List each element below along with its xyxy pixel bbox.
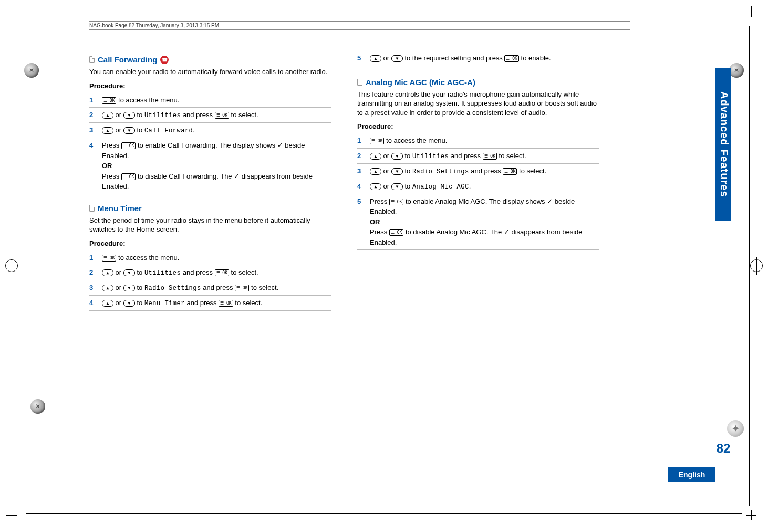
- decorative-screw-icon: [24, 63, 39, 78]
- print-border-right: [749, 26, 750, 506]
- down-button-icon: ▼: [391, 183, 403, 190]
- step-number: 1: [89, 253, 97, 263]
- intro-text: Set the period of time your radio stays …: [89, 216, 331, 234]
- crop-mark: [746, 510, 762, 526]
- ok-button-icon: ☰ OK: [102, 97, 116, 104]
- up-button-icon: ▲: [370, 153, 381, 160]
- step-text: ▲ or ▼ to Menu Timer and press ☰ OK to s…: [102, 298, 331, 308]
- up-button-icon: ▲: [370, 183, 381, 190]
- down-button-icon: ▼: [123, 112, 135, 119]
- up-button-icon: ▲: [102, 127, 113, 134]
- step-text: ▲ or ▼ to Call Forward.: [102, 125, 331, 135]
- step-number: 1: [357, 135, 365, 146]
- registration-mark: [750, 259, 763, 272]
- step-row: 2 ▲ or ▼ to Utilities and press ☰ OK to …: [89, 265, 331, 280]
- section-menu-timer: Menu Timer: [89, 204, 331, 213]
- procedure-label: Procedure:: [89, 239, 331, 247]
- step-number: 3: [89, 125, 97, 135]
- decorative-screw-icon: [30, 399, 45, 414]
- page-number: 82: [715, 441, 731, 456]
- left-column: Call Forwarding ☎ You can enable your ra…: [89, 51, 331, 311]
- step-number: 5: [357, 196, 365, 207]
- page-icon: [89, 205, 95, 212]
- section-analog-mic-agc: Analog Mic AGC (Mic AGC-A): [357, 78, 599, 87]
- up-button-icon: ▲: [370, 55, 381, 62]
- down-button-icon: ▼: [391, 168, 403, 175]
- step-number: 4: [357, 181, 365, 192]
- decorative-screw-icon: [729, 63, 744, 78]
- ok-button-icon: ☰ OK: [235, 285, 249, 291]
- decorative-star-icon: [727, 420, 744, 437]
- step-text: ☰ OK to access the menu.: [102, 253, 331, 263]
- two-column-layout: Call Forwarding ☎ You can enable your ra…: [89, 51, 630, 311]
- menu-name: Utilities: [412, 153, 449, 160]
- step-row: 1 ☰ OK to access the menu.: [89, 251, 331, 266]
- section-title: Menu Timer: [98, 204, 142, 213]
- step-row: 2 ▲ or ▼ to Utilities and press ☰ OK to …: [357, 149, 599, 164]
- menu-name: Utilities: [144, 112, 181, 119]
- step-text: Press ☰ OK to enable Analog Mic AGC. The…: [370, 196, 599, 248]
- language-label: English: [668, 467, 715, 482]
- step-number: 2: [89, 267, 97, 278]
- step-row: 4 ▲ or ▼ to Menu Timer and press ☰ OK to…: [89, 296, 331, 311]
- menu-name: Radio Settings: [144, 285, 201, 292]
- or-label: OR: [102, 162, 112, 170]
- step-row: 4 Press ☰ OK to enable Call Forwarding. …: [89, 138, 331, 194]
- step-number: 2: [357, 151, 365, 161]
- print-border-bottom: [26, 513, 742, 514]
- check-icon: ✓: [504, 228, 510, 236]
- menu-name: Menu Timer: [144, 300, 185, 307]
- section-call-forwarding: Call Forwarding ☎: [89, 55, 331, 64]
- step-row: 1 ☰ OK to access the menu.: [89, 93, 331, 108]
- down-button-icon: ▼: [123, 269, 135, 276]
- side-tab: Advanced Features: [715, 68, 731, 221]
- check-icon: ✓: [277, 141, 283, 149]
- print-border-left: [19, 26, 19, 506]
- running-header: NAG.book Page 82 Thursday, January 3, 20…: [89, 21, 630, 30]
- check-icon: ✓: [234, 172, 240, 180]
- section-title: Analog Mic AGC (Mic AGC-A): [366, 78, 475, 87]
- ok-button-icon: ☰ OK: [215, 269, 229, 276]
- check-icon: ✓: [547, 197, 553, 205]
- step-number: 4: [89, 298, 97, 308]
- menu-name: Radio Settings: [412, 168, 469, 175]
- ok-button-icon: ☰ OK: [102, 255, 116, 262]
- page-icon: [357, 79, 362, 86]
- intro-text: This feature controls the your radio's m…: [357, 90, 599, 118]
- step-text: ▲ or ▼ to Analog Mic AGC.: [370, 181, 599, 192]
- step-row: 5 ▲ or ▼ to the required setting and pre…: [357, 51, 599, 66]
- ok-button-icon: ☰ OK: [389, 229, 403, 236]
- up-button-icon: ▲: [102, 285, 113, 291]
- step-text: ▲ or ▼ to Radio Settings and press ☰ OK …: [102, 283, 331, 293]
- menu-name: Call Forward: [144, 127, 193, 134]
- ok-button-icon: ☰ OK: [121, 173, 136, 180]
- up-button-icon: ▲: [370, 168, 381, 175]
- step-number: 3: [357, 166, 365, 176]
- step-row: 3 ▲ or ▼ to Radio Settings and press ☰ O…: [89, 280, 331, 296]
- step-row: 1 ☰ OK to access the menu.: [357, 133, 599, 149]
- step-text: ▲ or ▼ to Radio Settings and press ☰ OK …: [370, 166, 599, 176]
- ok-button-icon: ☰ OK: [483, 153, 497, 160]
- intro-text: You can enable your radio to automatical…: [89, 67, 331, 77]
- step-row: 3 ▲ or ▼ to Radio Settings and press ☰ O…: [357, 164, 599, 179]
- ok-button-icon: ☰ OK: [504, 55, 518, 62]
- ok-button-icon: ☰ OK: [389, 199, 403, 205]
- step-row: 5 Press ☰ OK to enable Analog Mic AGC. T…: [357, 194, 599, 251]
- crop-mark: [746, 6, 762, 22]
- step-text: ☰ OK to access the menu.: [102, 95, 331, 106]
- step-text: ☰ OK to access the menu.: [370, 135, 599, 146]
- step-text: ▲ or ▼ to Utilities and press ☰ OK to se…: [102, 110, 331, 120]
- page-content: NAG.book Page 82 Thursday, January 3, 20…: [89, 21, 630, 494]
- step-number: 4: [89, 140, 97, 151]
- ok-button-icon: ☰ OK: [219, 300, 233, 307]
- up-button-icon: ▲: [102, 112, 113, 119]
- down-button-icon: ▼: [123, 300, 135, 307]
- or-label: OR: [370, 218, 380, 226]
- menu-name: Analog Mic AGC: [412, 183, 469, 191]
- down-button-icon: ▼: [391, 153, 403, 160]
- page-icon: [89, 56, 95, 63]
- step-number: 1: [89, 95, 97, 106]
- crop-mark: [6, 6, 22, 22]
- crop-mark: [6, 510, 22, 526]
- ok-button-icon: ☰ OK: [503, 168, 517, 175]
